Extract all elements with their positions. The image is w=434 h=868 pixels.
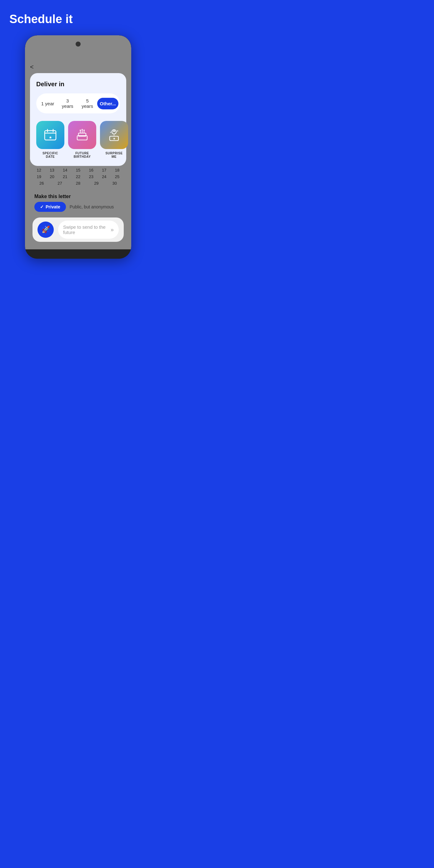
letter-section: Make this letter ✓ Private Public, but a…: [30, 191, 126, 215]
calendar-row-2: 19 20 21 22 23 24 25: [32, 174, 124, 179]
cal-day-12: 12: [35, 168, 43, 173]
cal-day-26: 26: [37, 181, 46, 186]
phone-frame: < Deliver in 1 year 3 years 5 years Othe…: [25, 35, 131, 259]
pill-other[interactable]: Other...: [97, 98, 118, 110]
cal-day-16: 16: [87, 168, 96, 173]
cal-day-18: 18: [113, 168, 122, 173]
swipe-placeholder: Swipe to send to the future: [63, 224, 111, 235]
cal-day-21: 21: [61, 174, 69, 179]
cal-day-23: 23: [87, 174, 96, 179]
letter-section-title: Make this letter: [34, 194, 122, 199]
cal-day-13: 13: [48, 168, 57, 173]
svg-point-10: [80, 130, 81, 131]
future-birthday-icon: [68, 121, 96, 149]
modal-card: Deliver in 1 year 3 years 5 years Other.…: [30, 73, 126, 166]
cal-day-22: 22: [74, 174, 83, 179]
pill-5-years[interactable]: 5 years: [78, 95, 97, 112]
pill-selector: 1 year 3 years 5 years Other...: [36, 93, 120, 114]
svg-point-11: [82, 129, 83, 131]
category-future-birthday[interactable]: FUTUREBIRTHDAY: [68, 121, 96, 158]
phone-bottom: [25, 249, 131, 259]
swipe-input[interactable]: Swipe to send to the future »: [58, 221, 119, 239]
phone-screen: < Deliver in 1 year 3 years 5 years Othe…: [25, 60, 131, 249]
specific-date-icon: ★: [36, 121, 64, 149]
public-anonymous-label[interactable]: Public, but anonymous: [70, 204, 114, 209]
surprise-me-icon: ✦ ✦ ★: [100, 121, 128, 149]
category-surprise-me[interactable]: ✦ ✦ ★ SURPRISEME: [100, 121, 128, 158]
svg-text:✦: ✦: [110, 131, 112, 133]
calendar-row-3: 26 27 28 29 30: [32, 181, 124, 186]
check-icon: ✓: [40, 204, 44, 209]
svg-text:★: ★: [49, 135, 52, 140]
swipe-bar[interactable]: 🚀 Swipe to send to the future »: [32, 217, 124, 242]
pill-3-years[interactable]: 3 years: [58, 95, 77, 112]
calendar-area: 12 13 14 15 16 17 18 19 20 21 22 23 24 2…: [30, 165, 126, 191]
swipe-arrow-icon: »: [111, 226, 114, 233]
cal-day-28: 28: [74, 181, 83, 186]
cal-day-24: 24: [100, 174, 108, 179]
calendar-row-1: 12 13 14 15 16 17 18: [32, 168, 124, 173]
svg-text:★: ★: [113, 137, 116, 140]
pill-1-year[interactable]: 1 year: [38, 98, 58, 110]
cal-day-14: 14: [61, 168, 69, 173]
cal-day-15: 15: [74, 168, 83, 173]
cal-day-25: 25: [113, 174, 122, 179]
svg-point-12: [84, 130, 85, 131]
phone-top: [25, 35, 131, 60]
cal-day-27: 27: [56, 181, 64, 186]
category-specific-date[interactable]: ★ SPECIFICDATE: [36, 121, 64, 158]
svg-text:✦: ✦: [117, 130, 119, 132]
private-button[interactable]: ✓ Private: [34, 202, 66, 212]
modal-title: Deliver in: [36, 81, 120, 88]
future-birthday-label: FUTUREBIRTHDAY: [74, 152, 91, 158]
page-title: Schedule it: [9, 12, 73, 26]
rocket-icon: 🚀: [37, 221, 54, 238]
cal-day-17: 17: [100, 168, 108, 173]
cal-day-20: 20: [48, 174, 57, 179]
privacy-row: ✓ Private Public, but anonymous: [34, 202, 122, 212]
specific-date-label: SPECIFICDATE: [42, 152, 58, 158]
cal-day-29: 29: [92, 181, 101, 186]
surprise-me-label: SURPRISEME: [105, 152, 122, 158]
private-label: Private: [45, 204, 60, 209]
category-row: ★ SPECIFICDATE: [36, 121, 120, 158]
camera: [75, 41, 81, 46]
back-button[interactable]: <: [30, 63, 126, 71]
cal-day-19: 19: [35, 174, 43, 179]
cal-day-30: 30: [110, 181, 119, 186]
